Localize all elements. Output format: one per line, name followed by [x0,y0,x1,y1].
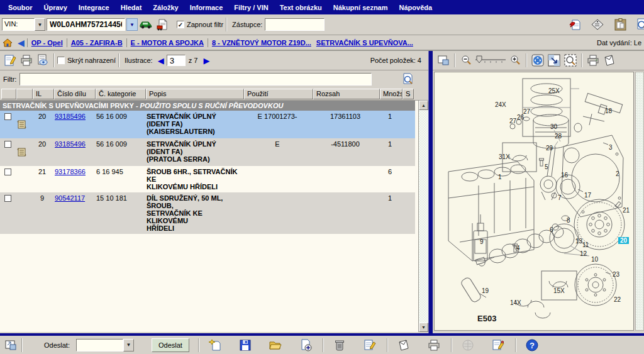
print-preview-icon[interactable] [35,53,51,69]
part-callout[interactable]: 5 [545,163,548,170]
zoom-slider[interactable] [474,55,507,66]
col-range[interactable]: Rozsah [313,89,380,99]
part-callout[interactable]: 6 [550,226,553,233]
part-callout[interactable]: 28 [555,133,562,140]
col-il[interactable]: IL [33,89,54,99]
zoom-out-icon[interactable] [458,53,474,69]
part-callout[interactable]: 17 [584,192,591,199]
part-callout[interactable]: 21 [623,207,630,214]
part-callout[interactable]: 11 [582,241,589,248]
row-checkbox[interactable] [4,113,11,120]
help-icon[interactable]: ? [524,337,540,353]
part-callout[interactable]: 16 [561,172,568,179]
vin-history-dropdown-icon[interactable]: ▼ [126,18,138,31]
col-qty[interactable]: Množst [380,89,402,99]
zoom-selection-icon[interactable] [546,53,562,69]
part-callout[interactable]: 15X [553,287,565,294]
edit-list-icon[interactable] [362,337,378,353]
part-callout[interactable]: 9 [480,238,484,245]
document-return-icon[interactable] [567,17,583,33]
next-illustration-icon[interactable]: ▶ [201,56,212,65]
menu-nakupni-seznam[interactable]: Nákupní seznam [328,4,394,11]
document-truck-icon[interactable] [154,17,170,33]
table-row[interactable]: 20 93185496 56 16 009 SETRVAČNÍK ÚPLNÝ (… [0,138,415,166]
print-icon[interactable] [585,53,601,69]
part-number-link[interactable]: 93178366 [55,168,86,175]
save-icon[interactable] [237,337,253,353]
notes-icon[interactable] [490,337,506,353]
tag-icon[interactable] [589,17,606,33]
restore-window-icon[interactable] [3,337,19,353]
menu-filtry-vin[interactable]: Filtry / VIN [228,4,274,11]
illustration-scrollbar[interactable] [635,72,644,331]
hide-replacements-row[interactable]: Skrýt nahrazení [57,57,116,64]
breadcrumb-catalog[interactable]: OP - Opel [31,39,63,47]
menu-informace[interactable]: Informace [184,4,229,11]
part-callout[interactable]: 2 [616,170,619,177]
part-callout[interactable]: 1 [498,174,502,180]
col-part-no[interactable]: Číslo dílu [54,89,96,99]
col-note[interactable] [16,89,33,99]
zoom-in-icon[interactable] [507,53,523,69]
col-check[interactable] [1,89,16,99]
part-callout[interactable]: 27 [523,108,530,115]
magnify-window-icon[interactable] [562,53,579,69]
enable-filter-checkbox[interactable]: ✓ [177,21,184,28]
col-s[interactable]: S [402,89,414,99]
part-callout[interactable]: 25X [548,87,560,94]
part-callout[interactable]: 4 [516,245,520,252]
breadcrumb-current[interactable]: SETRVAČNÍK S UPEVŇOVA... [316,39,413,47]
menu-hledat[interactable]: Hledat [115,4,148,11]
part-callout[interactable]: 29 [546,145,553,152]
delete-icon[interactable] [331,337,348,353]
part-callout[interactable]: 31X [499,153,510,160]
send-button[interactable]: Odeslat [152,338,189,352]
breadcrumb-group[interactable]: E - MOTOR A SPOJKA [131,39,204,47]
col-category[interactable]: Č. kategorie [96,89,146,99]
pan-icon[interactable] [530,53,546,69]
col-description[interactable]: Popis [146,89,244,99]
filter-input[interactable] [19,73,372,86]
part-callout[interactable]: 13 [575,238,582,245]
part-callout[interactable]: 30 [550,123,557,130]
menu-soubor[interactable]: Soubor [3,4,38,11]
part-callout[interactable]: 22 [614,296,621,303]
menu-upravy[interactable]: Úpravy [38,4,73,11]
part-callout-highlighted[interactable]: 20 [618,237,629,244]
part-callout[interactable]: 27 [509,118,516,124]
scroll-up-icon[interactable]: ▲ [419,101,428,110]
search-filter-icon[interactable] [400,72,416,87]
breadcrumb-subgroup[interactable]: 8 - VZNĚTOVÝ MOTOR Z19D... [212,39,311,47]
row-checkbox[interactable] [4,141,11,148]
part-callout[interactable]: 12 [580,250,587,257]
part-callout[interactable]: 19 [482,287,489,294]
home-icon[interactable] [3,38,13,47]
table-row[interactable]: 21 93178366 6 16 945 ŠROUB 6HR., SETRVAČ… [0,166,415,192]
vin-input[interactable] [47,18,125,31]
edit-note-icon[interactable] [2,53,18,69]
part-callout[interactable]: 3 [609,144,613,151]
shortcut-input[interactable] [265,18,325,31]
car-icon[interactable] [138,17,154,33]
menu-napoveda[interactable]: Nápověda [394,4,438,11]
row-checkbox[interactable] [4,169,11,175]
table-row[interactable]: 20 93185496 56 16 009 SETRVAČNÍK ÚPLNÝ (… [0,111,415,138]
part-callout[interactable]: 24X [495,101,506,108]
col-usage[interactable]: Použití [244,89,313,99]
illustration-number-input[interactable] [167,55,186,66]
menu-zalozky[interactable]: Záložky [147,4,184,11]
back-icon[interactable]: ◀ [18,38,25,48]
part-callout[interactable]: 8 [567,217,570,224]
note-icon[interactable] [15,140,31,165]
menu-text-obrazku[interactable]: Text obrázku [274,4,328,11]
table-scrollbar[interactable]: ▲ ▼ [418,101,428,332]
vin-type-select[interactable]: VIN: ▼ [2,18,45,31]
vin-type-dropdown-icon[interactable]: ▼ [35,18,45,31]
part-number-link[interactable]: 90542117 [55,194,85,202]
part-callout[interactable]: 23 [613,271,619,278]
prev-illustration-icon[interactable]: ◀ [155,56,167,65]
fit-image-icon[interactable] [435,53,452,69]
open-folder-icon[interactable] [267,337,284,353]
search-document-icon[interactable] [635,17,644,33]
menu-integrace[interactable]: Integrace [73,4,115,11]
